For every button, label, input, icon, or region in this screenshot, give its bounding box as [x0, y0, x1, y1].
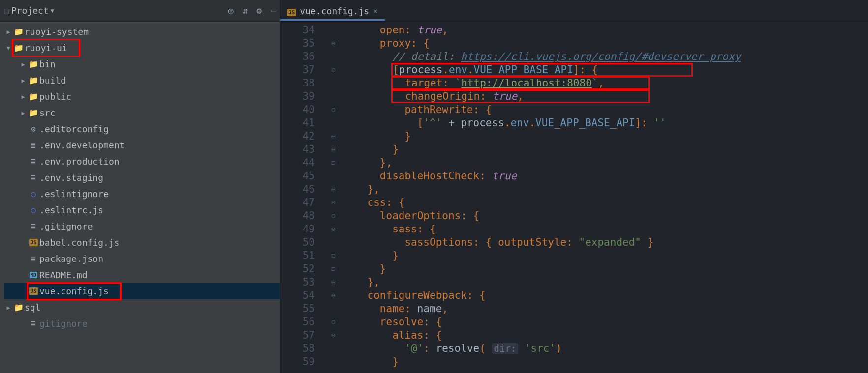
md-icon [28, 272, 39, 278]
code-line[interactable]: } [342, 355, 868, 369]
tree-item[interactable]: ▶📁src [4, 105, 280, 121]
tree-item[interactable]: ▶📁bin [4, 56, 280, 72]
folder-icon: 📁 [13, 43, 25, 53]
tree-item[interactable]: ▶📁public [4, 88, 280, 105]
code-line[interactable]: } [342, 143, 868, 156]
gear-icon[interactable]: ⚙ [256, 5, 262, 16]
code-line[interactable]: disableHostCheck: true [342, 170, 868, 183]
tree-item-label: .env.development [39, 140, 124, 150]
tree-item-label: src [39, 108, 56, 118]
tree-item[interactable]: ▶babel.config.js [4, 234, 280, 251]
code-line[interactable]: resolve: { [342, 316, 868, 329]
tree-item-label: ruoyi-system [25, 27, 89, 37]
tree-item[interactable]: ▶README.md [4, 267, 280, 283]
fold-gutter[interactable]: ⊖⊖⊖⊟⊟⊟⊟⊖⊖⊖⊟⊟⊟⊖⊖⊖ [330, 22, 337, 373]
expand-arrow[interactable]: ▼ [4, 45, 13, 52]
txt-icon: ≣ [28, 319, 39, 328]
tree-item[interactable]: ▼📁ruoyi-ui [4, 40, 280, 56]
tree-item-label: .gitignore [39, 221, 93, 231]
expand-arrow[interactable]: ▶ [19, 77, 28, 84]
code-line[interactable]: }, [342, 183, 868, 196]
code-line[interactable]: }, [342, 156, 868, 170]
tree-item[interactable]: ▶◯.eslintrc.js [4, 202, 280, 218]
tree-item-label: .env.staging [39, 172, 103, 183]
folder-icon: 📁 [13, 303, 25, 312]
circle-icon: ◯ [28, 205, 39, 215]
close-icon[interactable]: × [373, 6, 378, 16]
tree-item[interactable]: ▶≣.env.production [4, 153, 280, 170]
js-icon [28, 287, 39, 295]
folder-icon: 📁 [28, 76, 39, 85]
code-line[interactable]: sass: { [342, 223, 868, 236]
tree-item-label: README.md [39, 270, 88, 280]
txt-icon: ≣ [28, 173, 39, 182]
project-title[interactable]: ▤ Project ▼ [4, 5, 54, 16]
code-line[interactable]: } [342, 249, 868, 262]
code-line[interactable]: configureWebpack: { [342, 289, 868, 302]
code-line[interactable]: sassOptions: { outputStyle: "expanded" } [342, 236, 868, 249]
code-line[interactable]: open: true, [342, 24, 868, 37]
project-tool-window: ▤ Project ▼ ◎ ⇵ ⚙ — ▶📁ruoyi-system▼📁ruoy… [0, 0, 280, 373]
code-content[interactable]: open: true, proxy: { // detail: https://… [337, 22, 868, 373]
tree-item-label: public [39, 91, 71, 102]
code-line[interactable]: ['^' + process.env.VUE_APP_BASE_API]: '' [342, 116, 868, 130]
tab-label: vue.config.js [300, 6, 369, 16]
hide-icon[interactable]: — [271, 5, 276, 16]
project-header: ▤ Project ▼ ◎ ⇵ ⚙ — [0, 0, 280, 22]
tree-item[interactable]: ▶≣gitignore [4, 316, 280, 332]
txt-icon: ≣ [28, 157, 39, 166]
tree-item[interactable]: ▶≣.env.staging [4, 170, 280, 186]
tree-item[interactable]: ▶≣.env.development [4, 137, 280, 153]
code-line[interactable]: // detail: https://cli.vuejs.org/config/… [342, 50, 868, 63]
expand-arrow[interactable]: ▶ [19, 93, 28, 100]
locate-icon[interactable]: ◎ [228, 5, 234, 16]
code-line[interactable]: } [342, 130, 868, 143]
project-tree[interactable]: ▶📁ruoyi-system▼📁ruoyi-ui▶📁bin▶📁build▶📁pu… [0, 22, 280, 373]
txt-icon: ≣ [28, 141, 39, 150]
code-line[interactable]: loaderOptions: { [342, 209, 868, 223]
circle-icon: ◯ [28, 189, 39, 199]
code-line[interactable]: css: { [342, 196, 868, 209]
tree-item[interactable]: ▶vue.config.js [4, 283, 280, 299]
tree-item-label: gitignore [39, 318, 88, 329]
expand-arrow[interactable]: ▶ [4, 29, 13, 35]
tree-item[interactable]: ▶📁sql [4, 299, 280, 316]
code-line[interactable]: target: `http://localhost:8080`, [342, 77, 868, 90]
code-line[interactable]: proxy: { [342, 37, 868, 50]
tab-vue-config[interactable]: vue.config.js × [280, 3, 385, 21]
code-line[interactable]: [process.env.VUE_APP_BASE_API]: { [342, 63, 868, 77]
expand-arrow[interactable]: ▶ [19, 61, 28, 68]
folder-icon: 📁 [13, 27, 25, 36]
tree-item-label: .eslintrc.js [39, 205, 103, 215]
code-line[interactable]: alias: { [342, 329, 868, 342]
code-line[interactable]: name: name, [342, 302, 868, 316]
code-line[interactable]: pathRewrite: { [342, 103, 868, 116]
tree-item-label: build [39, 75, 66, 86]
folder-icon: 📁 [28, 108, 39, 117]
tree-item-label: babel.config.js [39, 237, 120, 248]
tree-item[interactable]: ▶≣.gitignore [4, 218, 280, 234]
expand-arrow[interactable]: ▶ [19, 110, 28, 116]
tree-item-label: .eslintignore [39, 189, 109, 199]
tree-item-label: .env.production [39, 156, 120, 167]
collapse-icon[interactable]: ⇵ [242, 5, 248, 16]
code-line[interactable]: }, [342, 276, 868, 289]
tree-item[interactable]: ▶◯.eslintignore [4, 186, 280, 202]
tree-item[interactable]: ▶⚙.editorconfig [4, 121, 280, 137]
expand-arrow[interactable]: ▶ [4, 304, 13, 311]
tree-item-label: vue.config.js [39, 286, 109, 296]
code-line[interactable]: } [342, 262, 868, 276]
tree-item-label: sql [25, 302, 41, 313]
tree-item-label: package.json [39, 254, 103, 264]
line-numbers: 3435363738394041424344454647484950515253… [280, 22, 330, 373]
tree-item[interactable]: ▶📁build [4, 72, 280, 88]
folder-icon: 📁 [28, 59, 39, 69]
code-line[interactable]: changeOrigin: true, [342, 90, 868, 103]
tree-item-label: .editorconfig [39, 124, 109, 134]
gear-icon: ⚙ [28, 124, 39, 134]
code-line[interactable]: '@': resolve( dir: 'src') [342, 342, 868, 355]
tree-item[interactable]: ▶≣package.json [4, 251, 280, 267]
code-editor[interactable]: 3435363738394041424344454647484950515253… [280, 22, 868, 373]
tree-item[interactable]: ▶📁ruoyi-system [4, 24, 280, 40]
txt-icon: ≣ [28, 222, 39, 231]
